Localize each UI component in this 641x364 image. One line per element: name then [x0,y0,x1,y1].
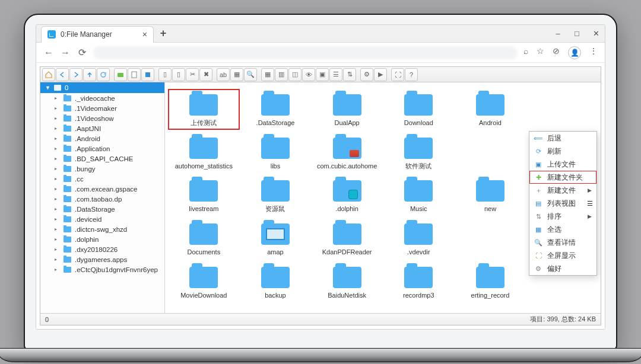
tree-item[interactable]: ▸.DataStorage [40,204,164,214]
ctx-item[interactable]: ⟸后退 [529,132,596,145]
folder-item[interactable]: .vdevdir [383,219,454,258]
tb-settings-button[interactable]: ⚙ [360,68,373,81]
tree-item[interactable]: ▸.Application [40,143,164,154]
tb-delete-button[interactable]: ✖ [199,68,212,81]
browser-menu-button[interactable]: ⋮ [589,46,598,59]
folder-item[interactable]: 资源鼠 [240,175,311,215]
folder-item[interactable]: MovieDownload [169,262,239,302]
folder-content-pane[interactable]: 上传测试.DataStorageDualAppDownloadAndroidau… [165,82,601,313]
folder-item[interactable]: Android [455,90,526,129]
tb-newfile-button[interactable] [128,68,141,81]
ctx-icon: ▤ [534,199,542,207]
nav-back-button[interactable]: ← [43,47,54,58]
folder-item[interactable]: 上传测试 [169,90,239,129]
tb-view-grid-button[interactable]: ▦ [261,68,274,81]
tab-close-button[interactable]: × [142,30,147,39]
folder-item[interactable]: autohome_statistics [169,133,239,173]
tb-save-button[interactable] [141,68,154,81]
folder-item[interactable]: BaiduNetdisk [312,262,382,302]
url-input[interactable] [93,46,518,59]
tb-cut-button[interactable]: ✂ [186,68,199,81]
window-maximize-button[interactable]: □ [573,29,581,38]
folder-item[interactable]: com.cubic.autohome [312,133,382,173]
folder-item[interactable]: Documents [169,219,239,258]
tb-view-columns-button[interactable]: ▥ [275,68,288,81]
folder-item[interactable]: DualApp [312,90,382,129]
tb-rename-button[interactable]: ab [217,68,230,81]
ctx-item[interactable]: ⟳刷新 [529,145,596,158]
tb-view-list-button[interactable]: ☰ [329,68,342,81]
tree-item[interactable]: ▸.dolphin [40,234,164,244]
folder-item[interactable]: new [455,175,526,215]
ctx-item[interactable]: ✚新建文件夹 [529,171,596,184]
tree-item[interactable]: ▸.1Videomaker [40,103,164,113]
window-minimize-button[interactable]: – [554,29,562,38]
ctx-item[interactable]: ⇅排序▶ [529,210,596,223]
bookmark-star-icon[interactable]: ☆ [537,46,544,59]
tb-selectall-button[interactable]: ▦ [230,68,243,81]
tree-item[interactable]: ▸.com.taobao.dp [40,194,164,204]
tb-view-detail-button[interactable]: ▣ [316,68,329,81]
ctx-item[interactable]: ⛶全屏显示 [529,249,596,262]
tb-paste-button[interactable]: ▯ [172,68,185,81]
tb-view-eye-button[interactable]: 👁 [302,68,315,81]
tb-help-button[interactable]: ? [405,68,418,81]
tb-play-button[interactable]: ▶ [374,68,387,81]
folder-item[interactable]: .dolphin [312,175,382,215]
ctx-item[interactable]: ⚙偏好 [529,262,596,275]
tree-item[interactable]: ▸.dxy20180226 [40,244,164,254]
tree-item[interactable]: ▸.deviceid [40,214,164,224]
tb-back-button[interactable] [56,68,69,81]
folder-item[interactable]: libs [240,133,311,173]
ctx-item[interactable]: ＋新建文件▶ [529,184,596,197]
profile-avatar-button[interactable]: 👤 [568,46,581,59]
tb-view-split-button[interactable]: ◫ [288,68,302,81]
tree-item[interactable]: ▸.dygameres.apps [40,254,164,264]
folder-item[interactable]: Music [383,175,454,215]
tree-item[interactable]: ▸.com.excean.gspace [40,184,164,194]
tb-sort-button[interactable]: ⇅ [343,68,356,81]
nav-forward-button[interactable]: → [60,47,71,58]
window-close-button[interactable]: ✕ [592,29,600,38]
tb-copy-button[interactable]: ▯ [158,68,172,81]
folder-item[interactable]: amap [240,219,311,258]
folder-item[interactable]: .DataStorage [240,90,311,129]
folder-item[interactable]: KdanPDFReader [312,219,382,258]
tree-item[interactable]: ▸.bungy [40,164,164,174]
tag-icon[interactable]: ⊘ [553,46,560,59]
ctx-item[interactable]: 🔍查看详情 [529,236,596,249]
tree-item[interactable]: ▸.1Videoshow [40,113,164,123]
tb-home-button[interactable] [42,68,55,81]
ctx-item[interactable]: ▣上传文件 [529,158,596,171]
folder-icon [333,94,361,116]
tree-item[interactable]: ▸.eCtcQjbu1dgnvtFnvnr6yep [40,264,164,274]
tree-item-label: .dictcn-swg_xhzd [75,226,127,233]
tb-newfolder-button[interactable] [114,68,127,81]
reload-button[interactable]: ⟳ [77,47,87,58]
ctx-item[interactable]: ▦全选 [529,223,596,236]
tree-root[interactable]: ▼ 0 [40,82,164,93]
tree-item[interactable]: ▸.AaptJNI [40,123,164,133]
folder-item[interactable]: Download [383,90,454,129]
browser-tab[interactable]: 0:File Mananger × [41,26,154,43]
tb-forward-button[interactable] [69,68,82,81]
folder-item[interactable]: 软件测试 [383,133,454,173]
tb-fullscreen-button[interactable]: ⛶ [391,68,404,81]
tree-item[interactable]: ▸._videocache [40,93,164,103]
folder-item[interactable]: livestream [169,175,239,215]
folder-item[interactable]: backup [240,262,311,302]
tree-item[interactable]: ▸.dictcn-swg_xhzd [40,224,164,234]
folder-icon [64,196,71,202]
ctx-item[interactable]: ▤列表视图 [529,197,596,210]
new-tab-button[interactable]: + [156,27,170,41]
tb-find-button[interactable]: 🔍 [244,68,257,81]
tree-item[interactable]: ▸.cc [40,174,164,184]
tree-item[interactable]: ▸.Android [40,133,164,143]
folder-item[interactable]: erting_record [455,262,526,302]
tb-up-button[interactable] [83,68,96,81]
search-icon[interactable]: ⌕ [523,46,528,59]
tree-item[interactable]: ▸.BD_SAPI_CACHE [40,154,164,164]
folder-tree[interactable]: ▼ 0 ▸._videocache▸.1Videomaker▸.1Videosh… [40,82,165,313]
folder-item[interactable]: recordmp3 [383,262,454,302]
tb-refresh-button[interactable] [97,68,110,81]
